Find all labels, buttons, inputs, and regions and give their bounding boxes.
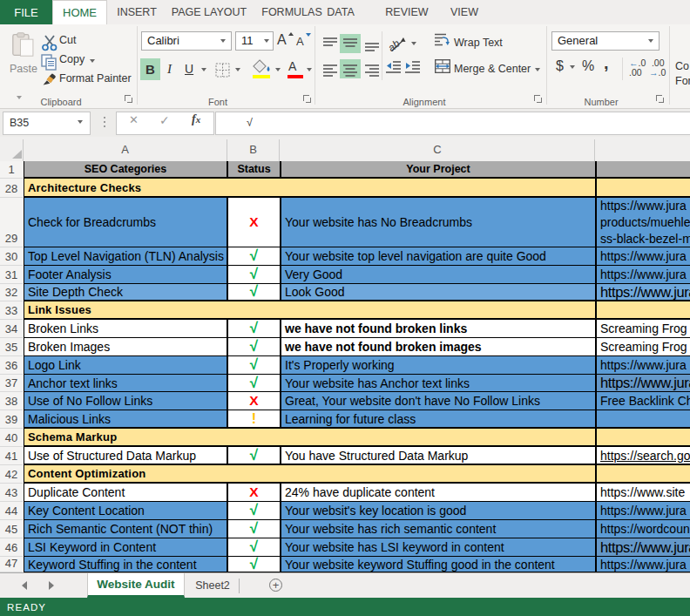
svg-text:ab: ab [389,37,402,53]
